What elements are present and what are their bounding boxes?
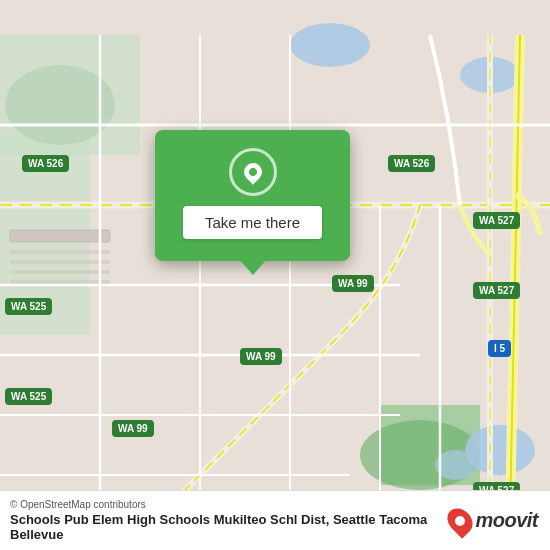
road-badge-wa526-right: WA 526 [388, 155, 435, 172]
road-badge-wa527-top: WA 527 [473, 212, 520, 229]
road-badge-wa525-lower: WA 525 [5, 388, 52, 405]
svg-rect-13 [10, 270, 110, 274]
svg-point-6 [290, 23, 370, 67]
location-pin-icon [229, 148, 277, 196]
svg-point-3 [5, 65, 115, 145]
moovit-logo: moovit [449, 507, 538, 535]
road-badge-wa526-left: WA 526 [22, 155, 69, 172]
road-badge-wa525-left: WA 525 [5, 298, 52, 315]
svg-rect-10 [10, 230, 110, 242]
bottom-bar: © OpenStreetMap contributors Schools Pub… [0, 490, 550, 550]
road-badge-wa99-center: WA 99 [332, 275, 374, 292]
svg-point-8 [465, 425, 535, 475]
location-title: Schools Pub Elem High Schools Mukilteo S… [10, 512, 449, 542]
attribution-text: © OpenStreetMap contributors [10, 499, 449, 510]
moovit-brand-text: moovit [475, 509, 538, 532]
take-me-there-button[interactable]: Take me there [183, 206, 322, 239]
svg-rect-11 [10, 250, 110, 254]
svg-rect-12 [10, 260, 110, 264]
svg-rect-14 [10, 280, 110, 284]
road-badge-i5: I 5 [488, 340, 511, 357]
popup-card: Take me there [155, 130, 350, 261]
map-background [0, 0, 550, 550]
road-badge-wa527-mid: WA 527 [473, 282, 520, 299]
road-badge-wa99-llower: WA 99 [112, 420, 154, 437]
pin-inner [240, 159, 265, 184]
map-container: WA 526 WA 526 WA 527 WA 527 WA 99 WA 99 … [0, 0, 550, 550]
bottom-info: © OpenStreetMap contributors Schools Pub… [10, 499, 449, 542]
road-badge-wa99-lower: WA 99 [240, 348, 282, 365]
